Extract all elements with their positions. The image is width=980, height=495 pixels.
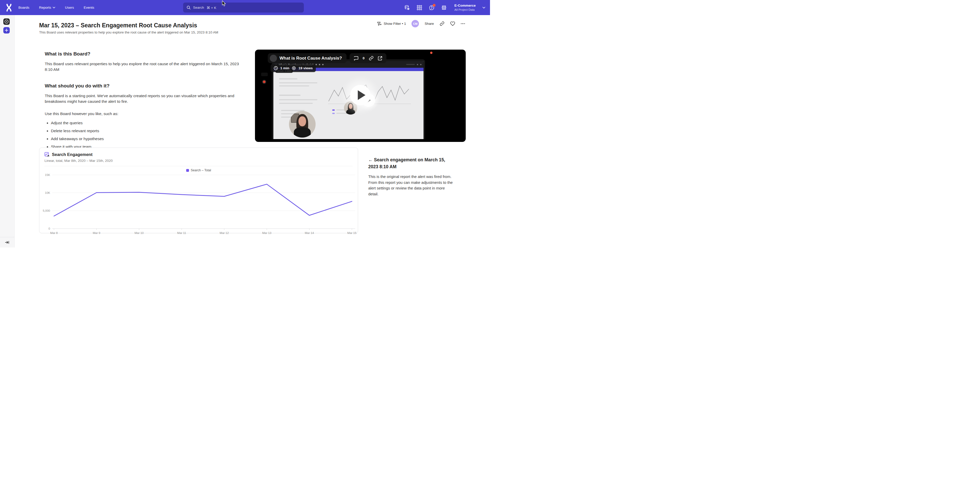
list-item: Add takeaways or hypotheses [51, 136, 240, 142]
views-eye-icon [291, 66, 296, 70]
nav-item-label: Users [65, 6, 74, 10]
report-card-search-engagement: Search Engagement Linear, total, Mar 8th… [39, 148, 358, 233]
svg-text:Mar 9: Mar 9 [93, 231, 100, 234]
clock-icon [274, 66, 278, 70]
legend-label: Search – Total [191, 169, 211, 172]
search-input[interactable]: Search ⌘ + K [183, 3, 304, 13]
copy-link-icon[interactable] [440, 21, 444, 26]
chart-legend[interactable]: Search – Total [40, 169, 358, 172]
svg-text:Mar 13: Mar 13 [262, 231, 271, 234]
list-item: Delete less relevant reports [51, 128, 240, 134]
project-name: E-Commerce [455, 3, 476, 8]
svg-text:Mar 12: Mar 12 [220, 231, 229, 234]
section-heading: What should you do with it? [45, 83, 240, 89]
svg-text:Mar 11: Mar 11 [177, 231, 186, 234]
nav-item-events[interactable]: Events [84, 6, 94, 10]
share-label: Share [425, 22, 434, 25]
comments-icon[interactable] [354, 56, 358, 60]
alert-note-body: This is the original report the alert wa… [368, 174, 455, 197]
apps-grid-icon[interactable] [417, 5, 422, 11]
board-actions: Show Filter • 1 CM Share [377, 20, 465, 27]
video-actions-pill: 0 [350, 53, 387, 63]
alert-note: ← Search engagement on March 15, 2023 8:… [368, 156, 455, 197]
video-views: 19 views [298, 66, 313, 70]
top-nav: Boards Reports Users Events Search ⌘ + K [0, 0, 490, 15]
svg-text:Mar 8: Mar 8 [50, 231, 57, 234]
video-title-pill: What is Root Cause Analysis? [268, 53, 347, 63]
svg-text:10K: 10K [45, 191, 50, 194]
compass-icon [4, 19, 9, 24]
report-subtitle: Linear, total, Mar 8th, 2020 – Mar 15th,… [45, 159, 353, 162]
nav-item-boards[interactable]: Boards [18, 6, 29, 10]
share-button[interactable]: Share [425, 22, 434, 25]
create-new-button[interactable] [3, 27, 10, 33]
recording-timer-pill [261, 73, 268, 76]
video-author-avatar [270, 55, 277, 62]
notification-dot [433, 4, 436, 6]
recording-indicator-dot [430, 52, 433, 54]
search-icon [187, 6, 191, 10]
settings-gear-icon[interactable] [441, 5, 447, 11]
favorite-heart-icon[interactable] [450, 21, 455, 26]
discover-button[interactable] [3, 18, 10, 25]
section-body: This Board uses relevant properties to h… [45, 61, 240, 72]
engagement-chart-svg: 05,00010K15KMar 8Mar 9Mar 10Mar 11Mar 12… [40, 166, 358, 236]
svg-text:0: 0 [49, 227, 50, 230]
page-subtitle: This Board uses relevant properties to h… [39, 30, 218, 34]
svg-text:15K: 15K [45, 173, 50, 177]
usage-list: Adjust the queries Delete less relevant … [51, 120, 240, 150]
legend-swatch [186, 169, 189, 172]
tutorial-video-player[interactable]: What is Root Cause Analysis? 18 sec 1 vi… [255, 49, 466, 142]
help-icon[interactable] [429, 5, 434, 11]
search-shortcut: ⌘ + K [207, 6, 216, 10]
filter-plus-icon [377, 21, 382, 26]
board-intro-text: What is this Board? This Board uses rele… [45, 51, 240, 152]
presenter-webcam-bubble [289, 111, 316, 138]
line-chart-report-icon [45, 152, 49, 157]
svg-text:Mar 14: Mar 14 [305, 231, 314, 234]
nav-item-label: Reports [39, 6, 51, 10]
comment-count: 0 [363, 56, 365, 60]
nav-item-label: Boards [18, 6, 29, 10]
project-scope: All Project Data [455, 8, 476, 11]
section-body: This Board is a starting point. We've au… [45, 93, 240, 104]
avatar[interactable]: CM [412, 20, 419, 27]
project-switcher[interactable]: E-Commerce All Project Data [455, 3, 476, 11]
nav-item-users[interactable]: Users [65, 6, 74, 10]
expand-sidebar-icon[interactable] [5, 240, 9, 244]
search-placeholder: Search [193, 6, 204, 10]
nav-item-label: Events [84, 6, 94, 10]
show-filter-label: Show Filter • 1 [383, 22, 406, 25]
plus-icon [5, 29, 8, 32]
play-icon [358, 90, 366, 100]
nav-item-reports[interactable]: Reports [39, 6, 55, 10]
open-external-icon[interactable] [378, 56, 382, 60]
record-button [262, 80, 266, 84]
mouse-cursor [222, 0, 226, 6]
play-button[interactable] [350, 85, 371, 105]
list-intro: Use this Board however you like, such as… [45, 111, 240, 116]
more-options-button[interactable] [461, 23, 465, 24]
page-title[interactable]: Mar 15, 2023 – Search Engagement Root Ca… [39, 22, 197, 29]
report-title[interactable]: Search Engagement [52, 152, 92, 157]
section-heading: What is this Board? [45, 51, 240, 57]
video-stats-pill: 1 min 19 views [270, 64, 316, 72]
left-rail [0, 15, 14, 247]
svg-text:Mar 10: Mar 10 [135, 231, 144, 234]
alert-note-heading: ← Search engagement on March 15, 2023 8:… [368, 156, 455, 170]
video-title: What is Root Cause Analysis? [280, 56, 342, 61]
project-chevron-down-icon[interactable] [482, 6, 485, 9]
video-link-icon[interactable] [369, 56, 374, 60]
mixpanel-logo-icon[interactable] [5, 3, 13, 12]
show-filter-button[interactable]: Show Filter • 1 [377, 21, 406, 26]
data-management-icon[interactable] [404, 5, 410, 11]
chevron-down-icon [52, 6, 55, 8]
svg-text:Mar 15: Mar 15 [347, 231, 356, 234]
svg-text:5,000: 5,000 [43, 209, 50, 212]
list-item: Adjust the queries [51, 120, 240, 126]
video-duration: 1 min [280, 66, 289, 70]
